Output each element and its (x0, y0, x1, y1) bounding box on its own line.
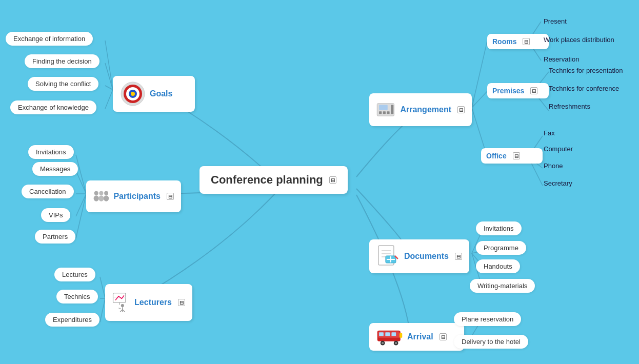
leaf-finding-decision: Finding the decision (25, 54, 99, 68)
leaf-exchange-info: Exchange of information (6, 32, 93, 46)
office-label: Office (486, 152, 507, 160)
svg-point-14 (121, 304, 124, 307)
goals-node: Goals (113, 76, 195, 112)
leaf-technics-presentation: Technics for presentation (549, 67, 623, 74)
documents-expand-icon[interactable]: ⊟ (455, 253, 462, 260)
phone-icon (376, 98, 396, 121)
leaf-technics-l: Technics (56, 290, 98, 304)
central-label: Conference planning (211, 173, 323, 187)
svg-rect-22 (383, 111, 386, 114)
arrival-label: Arrival (407, 332, 433, 341)
leaf-secretary: Secretary (544, 179, 572, 187)
lecturers-node: Lecturers ⊟ (105, 284, 192, 321)
leaf-cancellation: Cancellation (22, 185, 74, 198)
documents-node: Documents ⊟ (369, 239, 469, 273)
svg-point-8 (98, 195, 104, 201)
bus-icon (376, 328, 403, 346)
svg-point-9 (104, 191, 108, 195)
leaf-handouts: Handouts (476, 259, 520, 273)
participants-label: Participants (113, 192, 161, 201)
leaf-invitations-p: Invitations (28, 145, 74, 159)
leaf-computer: Computer (544, 145, 573, 153)
svg-rect-24 (391, 105, 393, 114)
leaf-vips: VIPs (41, 208, 70, 222)
leaf-phone: Phone (544, 162, 563, 170)
people-icon (93, 186, 109, 207)
leaf-workplaces: Work places distribution (544, 36, 614, 44)
documents-label: Documents (404, 252, 449, 261)
leaf-writing-materials: Writing-materials (470, 279, 535, 293)
office-node: Office ⊟ (481, 148, 543, 164)
svg-rect-37 (391, 332, 396, 336)
document-icon (376, 245, 400, 268)
arrangement-expand-icon[interactable]: ⊟ (457, 106, 465, 113)
leaf-reservation: Reservation (544, 55, 579, 63)
premises-node: Premises ⊟ (487, 83, 549, 98)
svg-point-4 (131, 92, 135, 96)
arrangement-label: Arrangement (400, 105, 451, 114)
leaf-refreshments: Refreshments (549, 103, 590, 110)
central-node: Conference planning ⊟ (199, 166, 348, 194)
leaf-technics-conference: Technics for conference (549, 85, 619, 92)
svg-rect-35 (379, 332, 384, 336)
svg-line-18 (118, 308, 121, 309)
leaf-messages: Messages (32, 162, 78, 176)
arrival-expand-icon[interactable]: ⊟ (440, 333, 447, 340)
leaf-invitations-d: Invitations (476, 221, 522, 235)
arrangement-node: Arrangement ⊟ (369, 93, 472, 126)
svg-point-39 (382, 342, 384, 344)
premises-expand-icon[interactable]: ⊟ (530, 87, 537, 94)
goals-label: Goals (150, 89, 172, 98)
leaf-partners: Partners (35, 230, 75, 244)
office-expand-icon[interactable]: ⊟ (513, 152, 520, 159)
svg-point-7 (99, 191, 103, 195)
participants-expand-icon[interactable]: ⊟ (167, 193, 174, 200)
svg-point-5 (94, 191, 98, 195)
rooms-expand-icon[interactable]: ⊟ (523, 38, 530, 45)
leaf-lectures: Lectures (54, 268, 95, 281)
target-icon (120, 81, 146, 107)
lecturers-expand-icon[interactable]: ⊟ (178, 299, 185, 306)
svg-point-10 (104, 195, 109, 201)
participants-node: Participants ⊟ (86, 180, 181, 212)
rooms-label: Rooms (492, 37, 516, 46)
svg-point-6 (94, 195, 99, 201)
svg-rect-42 (400, 333, 402, 338)
lecturers-label: Lecturers (134, 298, 172, 307)
leaf-delivery-hotel: Delivery to the hotel (454, 335, 528, 349)
arrival-node: Arrival ⊟ (369, 323, 464, 351)
svg-rect-23 (387, 111, 389, 114)
leaf-fax: Fax (544, 129, 555, 137)
leaf-programme: Programme (476, 241, 526, 255)
presenter-icon (112, 289, 130, 316)
leaf-exchange-knowledge: Exchange of knowledge (10, 100, 96, 114)
premises-label: Premises (492, 87, 524, 95)
leaf-present: Present (544, 17, 567, 25)
svg-rect-21 (379, 111, 382, 114)
svg-rect-36 (385, 332, 390, 336)
svg-rect-20 (379, 105, 388, 110)
central-expand-icon[interactable]: ⊟ (329, 176, 336, 184)
leaf-expenditures: Expenditures (45, 313, 99, 327)
svg-point-41 (395, 342, 397, 344)
rooms-node: Rooms ⊟ (487, 34, 549, 49)
leaf-plane-reservation: Plane reservation (454, 312, 521, 326)
leaf-solving-conflict: Solving the conflict (28, 77, 98, 91)
